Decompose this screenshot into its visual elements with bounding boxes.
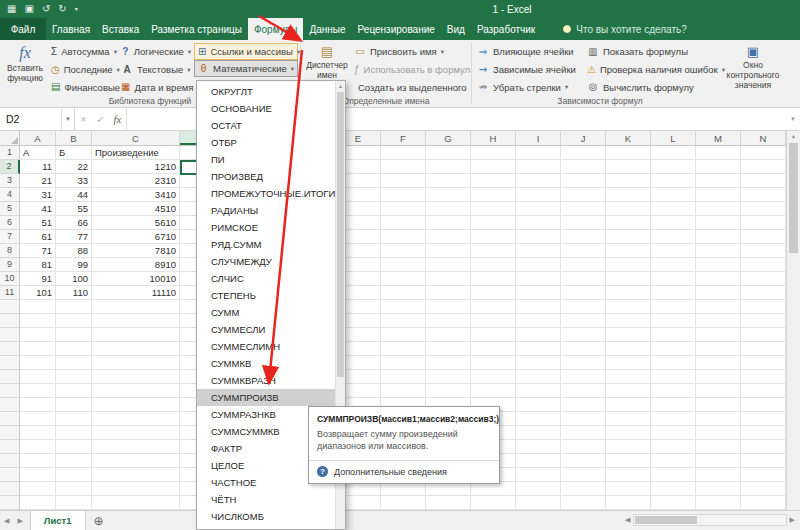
cell[interactable] [606, 496, 651, 510]
cell[interactable] [516, 356, 561, 370]
cell[interactable] [561, 412, 606, 426]
show-formulas-button[interactable]: ▥ Показать формулы [584, 43, 720, 61]
cell[interactable]: 7810 [92, 244, 180, 258]
cell[interactable] [471, 230, 516, 244]
cell[interactable] [516, 426, 561, 440]
cell[interactable] [606, 370, 651, 384]
cell[interactable] [92, 314, 180, 328]
scroll-left-icon[interactable]: ◀ [622, 516, 633, 524]
cell[interactable] [606, 174, 651, 188]
cell[interactable]: 11 [20, 160, 56, 174]
cell[interactable] [56, 370, 92, 384]
cell[interactable]: A [20, 146, 56, 160]
cell[interactable]: Произведение [92, 146, 180, 160]
cell[interactable]: 22 [56, 160, 92, 174]
cell[interactable] [651, 384, 696, 398]
cell[interactable] [426, 230, 471, 244]
row-header[interactable] [0, 300, 20, 314]
cell[interactable] [651, 496, 696, 510]
cell[interactable] [561, 286, 606, 300]
function-menu-item[interactable]: СЛУЧМЕЖДУ [197, 253, 345, 270]
cell[interactable] [696, 468, 741, 482]
cell[interactable] [471, 258, 516, 272]
cell[interactable] [651, 314, 696, 328]
cell[interactable] [561, 398, 606, 412]
cell[interactable] [741, 384, 786, 398]
cell[interactable] [381, 328, 426, 342]
cell[interactable] [651, 202, 696, 216]
cell[interactable] [561, 230, 606, 244]
enter-icon[interactable]: ✓ [92, 114, 109, 125]
cell[interactable] [516, 202, 561, 216]
cell[interactable] [696, 356, 741, 370]
row-header[interactable]: 11 [0, 286, 20, 300]
cell[interactable]: 2310 [92, 174, 180, 188]
cell[interactable] [696, 258, 741, 272]
cell[interactable] [606, 160, 651, 174]
cell[interactable] [741, 146, 786, 160]
cell[interactable] [741, 230, 786, 244]
ribbon-tab[interactable]: Данные [303, 18, 351, 40]
cell[interactable]: 41 [20, 202, 56, 216]
select-all-corner[interactable] [0, 131, 20, 145]
cell[interactable]: 81 [20, 258, 56, 272]
cell[interactable] [20, 468, 56, 482]
cell[interactable] [606, 384, 651, 398]
row-header[interactable] [0, 482, 20, 496]
cell[interactable] [426, 202, 471, 216]
cell[interactable] [56, 412, 92, 426]
cell[interactable] [20, 440, 56, 454]
cell[interactable] [471, 160, 516, 174]
cell[interactable] [471, 202, 516, 216]
sheet-nav-right-icon[interactable]: ▶ [13, 517, 26, 525]
cell[interactable] [92, 398, 180, 412]
cell[interactable] [56, 440, 92, 454]
row-header[interactable] [0, 342, 20, 356]
cell[interactable] [561, 342, 606, 356]
cell[interactable] [651, 160, 696, 174]
cell[interactable] [471, 370, 516, 384]
formula-bar-expand-icon[interactable]: ▼ [786, 108, 800, 130]
cell[interactable] [381, 356, 426, 370]
function-menu-item[interactable]: СУММ [197, 304, 345, 321]
row-header[interactable] [0, 426, 20, 440]
cell[interactable] [651, 216, 696, 230]
cell[interactable]: 6710 [92, 230, 180, 244]
cell[interactable] [516, 384, 561, 398]
cell[interactable] [381, 272, 426, 286]
cell[interactable] [696, 314, 741, 328]
column-header[interactable]: K [606, 131, 651, 145]
cell[interactable] [651, 412, 696, 426]
cell[interactable] [651, 258, 696, 272]
row-header[interactable] [0, 328, 20, 342]
row-header[interactable]: 9 [0, 258, 20, 272]
name-box-arrow-icon[interactable]: ▼ [62, 108, 75, 130]
row-header[interactable]: 2 [0, 160, 20, 174]
cell[interactable] [471, 496, 516, 510]
autosum-button[interactable]: Σ Автосумма ▾ [48, 43, 118, 61]
cell[interactable] [426, 496, 471, 510]
cell[interactable] [561, 202, 606, 216]
cell[interactable] [381, 342, 426, 356]
cell[interactable] [606, 300, 651, 314]
insert-function-fx-icon[interactable]: fx [109, 113, 126, 125]
cell[interactable] [696, 272, 741, 286]
cell[interactable] [651, 370, 696, 384]
vertical-scrollbar[interactable]: ▲ [786, 131, 800, 510]
cell[interactable] [381, 314, 426, 328]
cell[interactable] [516, 496, 561, 510]
cell[interactable] [426, 188, 471, 202]
function-menu-item[interactable]: ПРОИЗВЕД [197, 168, 345, 185]
cell[interactable] [606, 202, 651, 216]
row-header[interactable]: 6 [0, 216, 20, 230]
cell[interactable] [606, 314, 651, 328]
cell[interactable] [606, 482, 651, 496]
cell[interactable] [606, 188, 651, 202]
cell[interactable] [92, 370, 180, 384]
cell[interactable] [696, 146, 741, 160]
cell[interactable] [381, 384, 426, 398]
cell[interactable] [516, 440, 561, 454]
cell[interactable] [20, 370, 56, 384]
cell[interactable]: 66 [56, 216, 92, 230]
cell[interactable] [651, 398, 696, 412]
